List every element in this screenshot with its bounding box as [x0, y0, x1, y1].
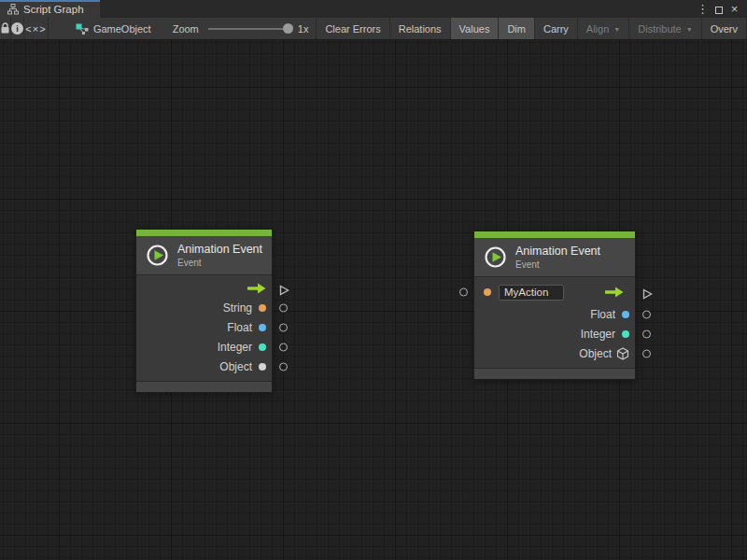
node-header: Animation Event Event: [474, 238, 635, 276]
info-button[interactable]: i: [11, 18, 24, 39]
align-label: Align: [586, 23, 609, 35]
port-label: Object: [219, 360, 252, 373]
toolbar-button-group: Clear Errors Relations Values Dim Carry …: [316, 18, 747, 39]
clear-errors-button[interactable]: Clear Errors: [317, 18, 389, 39]
port-label: Float: [590, 308, 615, 321]
carry-button[interactable]: Carry: [535, 18, 578, 39]
float-type-dot: [622, 311, 629, 318]
dim-label: Dim: [507, 23, 526, 35]
zoom-control: Zoom 1x: [173, 18, 317, 39]
overview-button[interactable]: Overv: [702, 18, 747, 39]
port-label: Integer: [581, 328, 615, 341]
integer-type-dot: [622, 330, 629, 338]
node-title: Animation Event: [177, 243, 262, 256]
graph-icon: [7, 4, 19, 15]
zoom-value: 1x: [298, 23, 309, 35]
node-header: Animation Event Event: [136, 236, 272, 274]
node-title: Animation Event: [515, 245, 600, 258]
float-type-dot: [259, 324, 266, 331]
node-body: String Float Integer Object: [136, 274, 272, 382]
node-color-bar: [474, 231, 635, 238]
string-output-port[interactable]: [279, 303, 288, 312]
lock-button[interactable]: [0, 18, 11, 39]
script-graph-window: Script Graph ⋮ × i <×>: [0, 0, 747, 560]
port-label: Object: [579, 347, 612, 360]
relations-button[interactable]: Relations: [390, 18, 451, 39]
port-row-integer: Integer: [136, 337, 272, 357]
flow-arrow-icon: [247, 283, 266, 294]
port-row-event-name: [474, 280, 635, 304]
align-dropdown[interactable]: Align ▼: [578, 18, 629, 39]
distribute-label: Distribute: [638, 23, 681, 35]
node-color-bar: [136, 230, 272, 236]
distribute-dropdown[interactable]: Distribute ▼: [629, 18, 701, 39]
cube-icon: [616, 347, 629, 360]
graph-target-button[interactable]: GameObject: [67, 18, 160, 39]
graph-toolbar: i <×> GameObject Zoom 1x Clear Errors: [0, 18, 747, 40]
node-footer: [136, 382, 272, 392]
flow-output-port[interactable]: [641, 287, 653, 298]
tab-title: Script Graph: [23, 4, 84, 15]
play-icon: [484, 245, 507, 269]
tab-script-graph[interactable]: Script Graph: [0, 0, 100, 18]
relations-label: Relations: [399, 23, 442, 35]
info-icon: i: [11, 22, 23, 35]
name-input-port[interactable]: [459, 288, 468, 297]
lock-icon: [0, 22, 10, 35]
code-icon: <×>: [25, 23, 46, 35]
chevron-down-icon: ▼: [686, 25, 693, 33]
float-output-port[interactable]: [279, 323, 288, 331]
node-subtitle: Event: [177, 258, 262, 268]
graph-target-label: GameObject: [93, 23, 151, 35]
integer-type-dot: [259, 343, 266, 351]
dim-toggle[interactable]: Dim: [499, 18, 535, 39]
values-label: Values: [459, 23, 490, 35]
float-output-port[interactable]: [642, 310, 651, 318]
code-preview-button[interactable]: <×>: [24, 18, 49, 39]
string-type-dot: [484, 288, 491, 296]
flow-output-port[interactable]: [278, 283, 289, 294]
node-subtitle: Event: [515, 259, 600, 270]
close-icon[interactable]: ×: [726, 0, 742, 18]
values-toggle[interactable]: Values: [451, 18, 500, 39]
port-label: Integer: [218, 341, 252, 354]
play-icon: [146, 244, 169, 267]
clear-errors-label: Clear Errors: [325, 23, 380, 35]
overview-label: Overv: [711, 23, 738, 35]
active-tab-accent: [0, 0, 100, 2]
port-row-string: String: [136, 298, 272, 317]
integer-output-port[interactable]: [642, 329, 651, 338]
node-animation-event-1[interactable]: Animation Event Event String: [135, 229, 273, 393]
tab-bar: Script Graph ⋮ ×: [0, 0, 747, 18]
maximize-icon[interactable]: [711, 0, 726, 18]
port-row-object: Object: [136, 357, 272, 376]
port-row-flow-out: [136, 278, 272, 298]
port-label: String: [223, 301, 252, 315]
port-row-float: Float: [474, 304, 635, 324]
port-label: Float: [227, 321, 252, 334]
event-name-input[interactable]: [499, 285, 564, 301]
zoom-label: Zoom: [173, 23, 199, 35]
more-menu-icon[interactable]: ⋮: [695, 0, 711, 18]
integer-output-port[interactable]: [279, 343, 288, 351]
chevron-down-icon: ▼: [613, 25, 620, 33]
window-controls: ⋮ ×: [695, 0, 747, 18]
object-output-port[interactable]: [279, 362, 288, 371]
string-type-dot: [259, 304, 266, 312]
port-row-float: Float: [136, 317, 272, 337]
flow-arrow-icon: [605, 287, 624, 298]
port-row-object: Object: [474, 343, 635, 363]
object-type-dot: [259, 363, 266, 371]
node-body: Float Integer Object: [474, 276, 635, 369]
node-animation-event-2[interactable]: Animation Event Event: [473, 231, 636, 380]
zoom-slider[interactable]: [208, 28, 289, 30]
object-output-port[interactable]: [642, 349, 651, 357]
port-row-integer: Integer: [474, 324, 635, 343]
graph-canvas[interactable]: Animation Event Event String: [0, 40, 747, 560]
node-footer: [474, 369, 635, 379]
zoom-slider-handle[interactable]: [283, 23, 293, 34]
graph-reference-icon: [76, 23, 89, 35]
carry-label: Carry: [543, 23, 569, 35]
